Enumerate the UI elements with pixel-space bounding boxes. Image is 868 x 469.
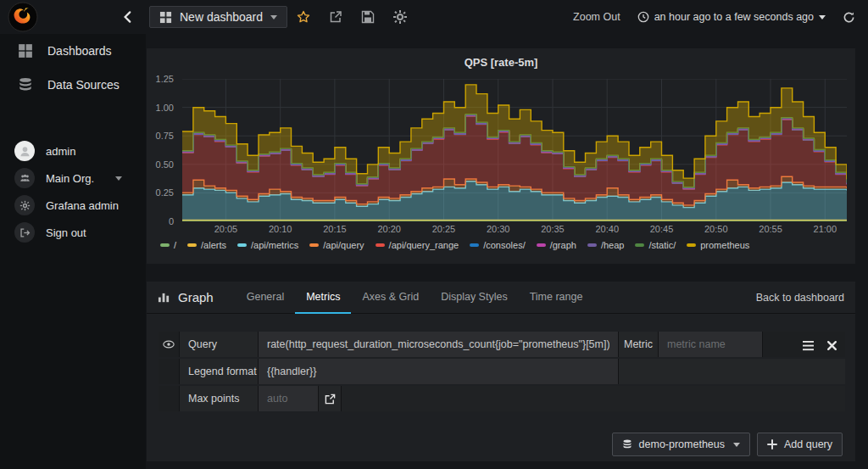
max-points-input[interactable] [259,386,318,411]
sidebar-item-label: Main Org. [46,172,94,185]
legend-item[interactable]: /alerts [187,240,226,250]
sidebar-item-data-sources[interactable]: Data Sources [0,68,146,102]
x-tick-label: 20:20 [370,224,408,234]
datasource-selector-button[interactable]: demo-prometheus [612,433,750,456]
legend-item[interactable]: /api/query [309,240,364,250]
clock-icon [637,11,649,23]
tab-metrics[interactable]: Metrics [295,282,351,314]
legend-format-input[interactable] [259,359,618,384]
x-tick-label: 20:55 [752,224,789,234]
sidebar-collapse-chevron-icon[interactable] [120,9,136,25]
panel-type[interactable]: Graph [158,290,214,304]
panel-title[interactable]: QPS [rate-5m] [147,56,855,73]
y-axis-labels: 00.250.500.751.001.25 [147,79,177,221]
legend-item[interactable]: /static/ [635,240,676,250]
x-tick-label: 20:45 [643,224,681,234]
sidebar-item-org-switcher[interactable]: Main Org. [0,165,146,192]
max-points-input-cell [259,386,319,411]
sidebar-item-label: Grafana admin [46,199,119,212]
database-icon [18,77,33,92]
dashboard-picker-button[interactable]: New dashboard [149,6,287,28]
tab-axes-grid[interactable]: Axes & Grid [351,282,430,314]
metric-input-cell [659,332,763,357]
time-range-label: an hour ago to a few seconds ago [654,11,814,23]
qps-chart[interactable] [182,79,847,221]
zoom-out-button[interactable]: Zoom Out [573,11,620,23]
x-tick-label: 20:10 [262,224,299,234]
add-query-button[interactable]: Add query [757,433,843,456]
legend-item[interactable]: /api/query_range [376,240,459,250]
tab-general[interactable]: General [236,282,295,314]
query-expression-input[interactable] [259,332,618,357]
dashboard-grid-icon [159,11,172,24]
sidebar-item-profile[interactable]: admin [0,137,146,165]
x-tick-label: 20:35 [534,224,571,234]
legend-item[interactable]: /api/metrics [237,240,298,250]
legend-series-color-chip [635,243,644,247]
legend-series-color-chip [687,243,696,247]
user-avatar [14,141,35,161]
chart-legend: //alerts/api/metrics/api/query/api/query… [160,240,855,250]
legend-series-name: /api/query [323,240,364,250]
legend-format-label: Legend format [180,359,259,384]
legend-series-color-chip [187,243,197,247]
legend-series-color-chip [537,243,546,247]
legend-item[interactable]: / [160,240,176,250]
caret-down-icon [733,443,740,447]
x-tick-label: 20:05 [207,224,244,234]
legend-item[interactable]: /heap [587,240,625,250]
remove-query-icon[interactable] [826,339,837,350]
query-menu-icon[interactable] [803,339,814,350]
legend-series-name: /static/ [648,240,676,250]
settings-gear-icon[interactable] [393,10,407,24]
legend-item[interactable]: /graph [537,240,576,250]
toggle-query-visibility-eye-icon[interactable] [159,332,180,357]
grafana-logo-icon[interactable] [8,2,38,32]
database-icon [622,439,632,449]
organization-users-icon [14,168,35,188]
time-controls: Zoom Out an hour ago to a few seconds ag… [573,0,855,34]
time-picker-button[interactable]: an hour ago to a few seconds ago [637,11,826,23]
metric-name-input[interactable] [659,332,762,357]
x-tick-label: 20:40 [588,224,626,234]
query-footer-buttons: demo-prometheus Add query [159,433,844,456]
refresh-icon[interactable] [843,11,855,24]
caret-down-icon [115,176,122,181]
max-points-label: Max points [180,386,259,411]
caret-down-icon [270,15,277,20]
legend-item[interactable]: /consoles/ [470,240,526,250]
max-points-row: Max points [159,386,845,411]
legend-series-name: /heap [601,240,625,250]
grafana-app: { "header": { "dashboard_title": "New da… [0,0,868,469]
tab-time-range[interactable]: Time range [519,282,594,314]
legend-series-color-chip [237,243,247,247]
legend-series-name: prometheus [700,240,749,250]
legend-format-row: Legend format [159,359,845,384]
sidebar-item-dashboards[interactable]: Dashboards [0,34,146,68]
x-tick-label: 20:25 [425,224,462,234]
y-tick-label: 0 [143,216,174,226]
back-to-dashboard-link[interactable]: Back to dashboard [756,292,844,304]
legend-series-name: /api/query_range [389,240,459,250]
save-icon[interactable] [361,10,375,24]
legend-series-name: /api/metrics [251,240,298,250]
external-link-icon[interactable] [319,386,342,411]
sidebar-item-sign-out[interactable]: Sign out [0,219,146,246]
caret-down-icon [819,15,826,20]
sidebar-item-label: Dashboards [47,44,112,58]
y-tick-label: 0.75 [143,131,174,141]
legend-format-input-cell [259,359,619,384]
add-query-label: Add query [784,438,832,450]
share-icon[interactable] [329,10,342,24]
legend-series-color-chip [376,243,385,247]
legend-series-color-chip [470,243,479,247]
editor-tabs: General Metrics Axes & Grid Display Styl… [236,282,594,314]
plus-icon [767,439,777,449]
tab-display-styles[interactable]: Display Styles [430,282,519,314]
sidebar-item-grafana-admin[interactable]: Grafana admin [0,192,146,219]
star-icon[interactable] [297,10,310,24]
legend-series-name: /consoles/ [483,240,526,250]
legend-item[interactable]: prometheus [687,240,749,250]
sidebar-item-label: admin [46,145,75,158]
x-tick-label: 20:30 [480,224,517,234]
